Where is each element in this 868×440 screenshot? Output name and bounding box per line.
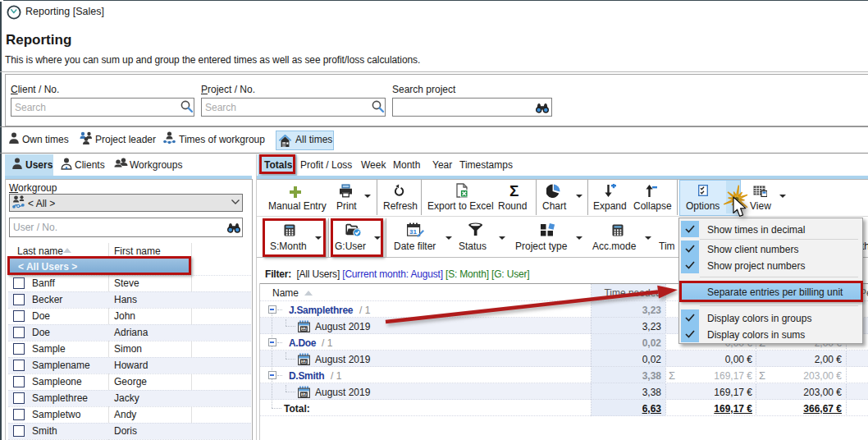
svg-text:31: 31 <box>409 228 417 236</box>
svg-text:12: 12 <box>302 392 307 396</box>
svg-text:12: 12 <box>302 326 307 331</box>
svg-text:12: 12 <box>302 359 307 364</box>
